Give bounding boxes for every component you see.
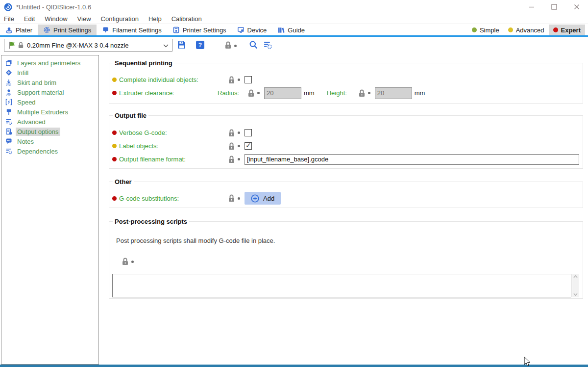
textarea-scrollbar[interactable] bbox=[572, 274, 579, 297]
option-row-label-objects: Label objects: bbox=[112, 139, 580, 153]
add-substitution-button[interactable]: Add bbox=[245, 192, 281, 205]
verbose-gcode-checkbox[interactable] bbox=[245, 129, 252, 136]
menu-view[interactable]: View bbox=[73, 15, 96, 23]
preset-name: 0.20mm Fine @X-MAX 3 0.4 nozzle bbox=[27, 42, 129, 49]
preset-dropdown[interactable]: 0.20mm Fine @X-MAX 3 0.4 nozzle bbox=[4, 39, 172, 52]
infill-icon bbox=[5, 69, 12, 77]
sidebar-item-support-material[interactable]: Support material bbox=[1, 87, 98, 97]
dependencies-gear-icon bbox=[5, 148, 12, 155]
gear-icon bbox=[43, 26, 50, 34]
menu-file[interactable]: File bbox=[4, 15, 19, 23]
lock-icon[interactable] bbox=[248, 89, 254, 97]
sidebar-item-skirt-and-brim[interactable]: Skirt and brim bbox=[1, 78, 98, 87]
sidebar-item-label: Skirt and brim bbox=[16, 79, 58, 87]
printer-icon bbox=[172, 26, 180, 34]
height-unit: mm bbox=[415, 89, 425, 97]
search-button[interactable] bbox=[249, 40, 258, 51]
plater-icon bbox=[5, 26, 13, 34]
radius-label: Radius: bbox=[218, 89, 248, 97]
settings-sidebar: Layers and perimeters Infill Skirt and b… bbox=[1, 55, 99, 365]
bullet-dot-icon bbox=[131, 261, 134, 263]
height-input[interactable] bbox=[375, 87, 412, 99]
option-label: Output filename format: bbox=[119, 156, 186, 163]
section-sequential-printing: Sequential printing Complete individual … bbox=[109, 59, 583, 104]
output-filename-format-input[interactable] bbox=[245, 154, 579, 165]
bullet-dot-icon bbox=[234, 45, 237, 47]
close-button[interactable] bbox=[565, 0, 588, 14]
advanced-mode-dot-icon bbox=[508, 27, 513, 32]
title-bar: *Untitled - QIDISlicer-1.0.6 bbox=[0, 0, 588, 14]
mode-switcher: Simple Advanced Expert bbox=[467, 25, 588, 35]
lock-icon[interactable] bbox=[122, 258, 128, 265]
height-label: Height: bbox=[327, 89, 359, 97]
sidebar-item-dependencies[interactable]: Dependencies bbox=[1, 146, 98, 156]
menu-help[interactable]: Help bbox=[144, 15, 167, 23]
tab-guide[interactable]: Guide bbox=[272, 25, 310, 35]
option-label: Extruder clearance: bbox=[119, 89, 174, 97]
save-preset-button[interactable] bbox=[177, 40, 186, 51]
label-objects-checkbox[interactable] bbox=[245, 142, 252, 150]
tab-filament-settings[interactable]: Filament Settings bbox=[97, 25, 167, 35]
plus-circle-icon bbox=[251, 194, 259, 203]
mode-simple[interactable]: Simple bbox=[467, 25, 504, 35]
scroll-down-icon[interactable] bbox=[573, 293, 578, 296]
compare-settings-button[interactable] bbox=[263, 40, 272, 51]
radius-input[interactable] bbox=[264, 87, 301, 99]
tab-device[interactable]: Device bbox=[232, 25, 272, 35]
filament-icon bbox=[102, 26, 109, 34]
option-row-extruder-clearance: Extruder clearance: Radius: mm Height: m… bbox=[112, 86, 580, 100]
minimize-button[interactable] bbox=[520, 0, 543, 14]
lock-icon[interactable] bbox=[228, 142, 235, 150]
mode-expert[interactable]: Expert bbox=[549, 25, 585, 35]
bullet-dot-icon bbox=[257, 92, 260, 94]
sidebar-item-multiple-extruders[interactable]: Multiple Extruders bbox=[1, 107, 98, 117]
lock-icon[interactable] bbox=[228, 129, 235, 137]
modified-dot-icon bbox=[112, 144, 117, 148]
sidebar-item-advanced[interactable]: Advanced bbox=[1, 117, 98, 127]
tab-label: Device bbox=[247, 26, 267, 34]
lock-icon[interactable] bbox=[359, 89, 365, 97]
post-processing-lock-row bbox=[122, 258, 580, 265]
preset-flag-icon bbox=[8, 41, 17, 50]
bullet-dot-icon bbox=[238, 158, 240, 160]
list-gear-icon bbox=[5, 118, 12, 126]
maximize-button[interactable] bbox=[543, 0, 565, 14]
support-icon bbox=[5, 89, 12, 96]
tab-plater[interactable]: Plater bbox=[0, 25, 38, 35]
device-monitor-icon bbox=[237, 26, 245, 34]
menu-window[interactable]: Window bbox=[40, 15, 72, 23]
lock-icon[interactable] bbox=[225, 41, 231, 51]
menu-configuration[interactable]: Configuration bbox=[96, 15, 144, 23]
scroll-up-icon[interactable] bbox=[573, 275, 578, 278]
bullet-dot-icon bbox=[238, 79, 240, 81]
bullet-dot-icon bbox=[368, 92, 370, 94]
lock-icon[interactable] bbox=[228, 156, 235, 163]
section-title: Other bbox=[113, 178, 134, 185]
sidebar-item-output-options[interactable]: Output options bbox=[1, 127, 98, 136]
modified-dot-icon bbox=[112, 131, 117, 135]
modified-dot-icon bbox=[112, 78, 117, 82]
sidebar-item-infill[interactable]: Infill bbox=[1, 68, 98, 78]
guide-books-icon bbox=[277, 26, 285, 34]
sidebar-item-speed[interactable]: Speed bbox=[1, 97, 98, 107]
sidebar-item-notes[interactable]: Notes bbox=[1, 136, 98, 146]
radius-unit: mm bbox=[304, 89, 315, 97]
complete-individual-objects-checkbox[interactable] bbox=[245, 76, 252, 83]
tab-label: Printer Settings bbox=[183, 26, 226, 34]
tab-underline bbox=[0, 35, 588, 37]
sidebar-item-layers-and-perimeters[interactable]: Layers and perimeters bbox=[1, 58, 98, 68]
help-button[interactable] bbox=[196, 41, 204, 49]
mode-advanced[interactable]: Advanced bbox=[504, 25, 549, 35]
bullet-dot-icon bbox=[238, 197, 240, 200]
tab-printer-settings[interactable]: Printer Settings bbox=[167, 25, 232, 35]
option-label: Complete individual objects: bbox=[119, 76, 198, 83]
tab-label: Print Settings bbox=[53, 26, 91, 34]
lock-icon[interactable] bbox=[228, 194, 235, 202]
lock-icon[interactable] bbox=[228, 76, 235, 84]
post-processing-editor bbox=[112, 274, 580, 297]
post-processing-scripts-textarea[interactable] bbox=[112, 274, 571, 297]
menu-calibration[interactable]: Calibration bbox=[167, 15, 207, 23]
tab-print-settings[interactable]: Print Settings bbox=[38, 25, 97, 35]
modified-dot-icon bbox=[112, 196, 117, 201]
menu-edit[interactable]: Edit bbox=[19, 15, 40, 23]
